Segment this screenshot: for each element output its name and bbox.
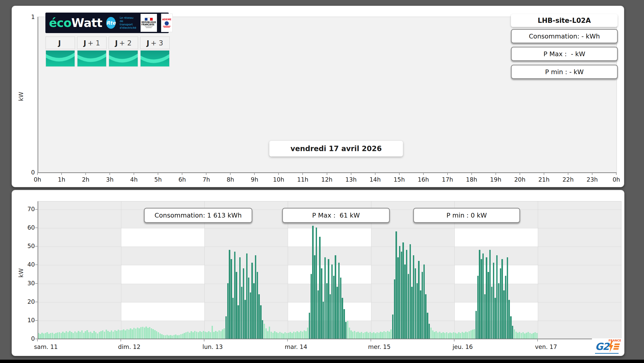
- consumption-bar: [503, 290, 504, 339]
- daily-xtick-label: 9h: [243, 176, 266, 183]
- daily-xtick-mark: [134, 173, 134, 175]
- consumption-bar: [356, 332, 357, 339]
- consumption-bar: [451, 333, 452, 339]
- french-flag-icon: [145, 18, 153, 21]
- weekly-xtick-mark: [454, 339, 454, 341]
- consumption-bar: [354, 331, 355, 339]
- ecowatt-tab-J+2[interactable]: J+ 2: [108, 36, 138, 49]
- daily-xtick-label: 18h: [460, 176, 483, 183]
- weekly-day-label: mar. 14: [281, 344, 311, 350]
- ecowatt-tab-J+1[interactable]: J+ 1: [77, 36, 107, 49]
- consumption-bar: [477, 276, 479, 339]
- daily-xtick-mark: [351, 173, 351, 175]
- consumption-bar: [336, 287, 338, 339]
- consumption-bar: [57, 332, 58, 339]
- consumption-bar: [279, 332, 281, 339]
- weekly-ytick-label: 60: [19, 224, 35, 231]
- consumption-bar: [404, 264, 405, 339]
- ecowatt-tab-J[interactable]: J: [45, 36, 75, 49]
- consumption-bar: [413, 255, 414, 339]
- consumption-bar: [516, 332, 517, 339]
- daily-xtick-label: 22h: [557, 176, 580, 183]
- consumption-bar: [352, 332, 353, 339]
- consumption-bar: [427, 313, 428, 339]
- weekly-x-axis: sam. 11dim. 12lun. 13mar. 14mer. 15jeu. …: [37, 339, 625, 354]
- daily-xtick-label: 10h: [267, 176, 290, 183]
- consumption-bar: [191, 331, 192, 339]
- consumption-bar: [382, 332, 383, 339]
- consumption-bar: [430, 328, 432, 339]
- consumption-bar: [213, 332, 214, 339]
- consumption-bar: [347, 321, 348, 339]
- consumption-bar: [324, 257, 326, 339]
- daily-xtick-mark: [544, 173, 544, 175]
- lightning-bolt-icon: [609, 341, 613, 352]
- consumption-bar: [312, 226, 313, 339]
- consumption-bar: [80, 332, 81, 339]
- consumption-bar: [232, 298, 234, 339]
- ecowatt-tab-J+3[interactable]: J+ 3: [140, 36, 170, 49]
- consumption-bar: [234, 252, 235, 339]
- consumption-bar: [109, 332, 110, 339]
- daily-xtick-mark: [206, 173, 206, 175]
- consumption-bar: [48, 334, 49, 339]
- consumption-bar: [415, 268, 416, 339]
- consumption-bar: [444, 333, 445, 339]
- daily-xtick-mark: [110, 173, 110, 175]
- consumption-bar: [469, 331, 470, 339]
- consumption-bar: [185, 332, 187, 339]
- consumption-bar: [144, 328, 145, 339]
- checker-cell: [454, 228, 538, 247]
- consumption-bar: [422, 272, 423, 339]
- ecowatt-logo: écoWatt Rte Le réseaude transportd'élect…: [45, 13, 169, 33]
- consumption-bar: [45, 333, 46, 339]
- consumption-bar: [39, 334, 41, 339]
- consumption-bar: [475, 311, 477, 339]
- daily-xtick-label: 21h: [532, 176, 556, 183]
- consumption-bar: [251, 263, 253, 339]
- weekly-ytick-label: 40: [19, 261, 35, 268]
- consumption-bar: [50, 333, 51, 339]
- consumption-bar: [390, 329, 392, 339]
- weekly-ytick-label: 30: [19, 280, 35, 287]
- consumption-bar: [364, 332, 366, 339]
- consumption-bar: [368, 333, 369, 339]
- daily-xtick-mark: [568, 173, 568, 175]
- daily-xtick-label: 2h: [74, 176, 97, 183]
- daily-pmin-box: P min : - kW: [511, 65, 618, 79]
- consumption-bar: [392, 315, 393, 339]
- daily-xtick-label: 11h: [291, 176, 314, 183]
- consumption-bar: [100, 331, 102, 339]
- consumption-bar: [284, 332, 286, 339]
- daily-xtick-mark: [278, 173, 279, 175]
- consumption-bar: [74, 331, 76, 339]
- ecowatt-forecast-tile[interactable]: [77, 50, 107, 67]
- daily-xtick-label: 7h: [195, 176, 218, 183]
- ecowatt-forecast-tile[interactable]: [108, 50, 138, 67]
- consumption-bar: [199, 331, 201, 339]
- ecowatt-forecast-tile[interactable]: [45, 50, 75, 67]
- consumption-bar: [107, 331, 108, 339]
- weekly-ytick-mark: [35, 246, 37, 247]
- consumption-bar: [93, 331, 95, 339]
- consumption-bar: [231, 259, 232, 339]
- consumption-bar: [333, 276, 334, 339]
- consumption-bar: [163, 335, 164, 339]
- weekly-day-label: sam. 11: [31, 344, 61, 350]
- consumption-bar: [500, 268, 501, 339]
- daily-xtick-mark: [375, 173, 375, 175]
- consumption-bar: [420, 290, 421, 339]
- consumption-bar: [531, 334, 532, 339]
- consumption-bar: [361, 332, 362, 339]
- consumption-bar: [526, 333, 527, 339]
- consumption-bar: [522, 332, 524, 339]
- consumption-bar: [474, 329, 475, 339]
- consumption-bar: [184, 333, 185, 339]
- consumption-bar: [417, 283, 418, 339]
- consumption-bar: [300, 331, 301, 339]
- consumption-bar: [295, 332, 296, 339]
- weekly-ytick-label: 10: [19, 317, 35, 323]
- ecowatt-forecast-tile[interactable]: [140, 50, 170, 67]
- daily-xtick-mark: [182, 173, 182, 175]
- consumption-bar: [177, 335, 178, 339]
